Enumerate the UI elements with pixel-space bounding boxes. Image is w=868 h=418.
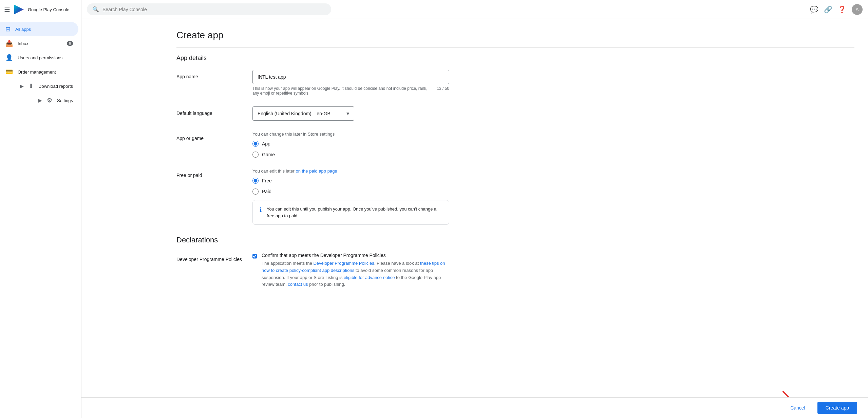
app-radio[interactable] [252, 141, 259, 147]
app-or-game-label: App or game [176, 132, 244, 158]
free-or-paid-label: Free or paid [176, 168, 244, 225]
free-option[interactable]: Free [252, 178, 449, 184]
settings-icon: ⚙ [47, 97, 52, 104]
free-or-paid-field: You can edit this later on the paid app … [252, 168, 449, 225]
paid-option[interactable]: Paid [252, 188, 449, 195]
developer-policies-field: Confirm that app meets the Developer Pro… [252, 253, 449, 288]
inbox-icon: 📥 [5, 40, 13, 47]
sidebar-item-order-management[interactable]: 💳 Order management [0, 65, 78, 79]
expand-icon: ▶ [20, 83, 24, 89]
developer-policies-label: Developer Programme Policies [176, 253, 244, 288]
svg-marker-0 [14, 5, 24, 14]
paid-radio[interactable] [252, 188, 259, 195]
topbar-actions: 💬 🔗 ❓ A [810, 4, 863, 15]
sidebar: ☰ Google Play Console ⊞ All apps 📥 Inbox… [0, 0, 81, 418]
app-or-game-helper: You can change this later in Store setti… [252, 132, 449, 137]
sidebar-item-download-reports[interactable]: ▶ ⬇ Download reports [0, 79, 78, 93]
cancel-button[interactable]: Cancel [782, 402, 813, 414]
grid-icon: ⊞ [5, 25, 11, 33]
developer-policies-link3[interactable]: eligible for advance notice [344, 275, 395, 280]
app-option-label: App [262, 141, 270, 146]
download-icon: ⬇ [29, 82, 34, 90]
game-radio[interactable] [252, 152, 259, 158]
play-logo-icon [13, 3, 25, 16]
footer-bar: Cancel Create app [81, 397, 868, 418]
language-select-wrapper: English (United Kingdom) – en-GB English… [252, 106, 354, 121]
app-name-row: App name This is how your app will appea… [176, 70, 854, 96]
inbox-badge: 6 [67, 41, 73, 46]
paid-app-link[interactable]: on the paid app page [296, 168, 337, 174]
help-icon[interactable]: ❓ [838, 5, 846, 14]
info-box: ℹ You can edit this until you publish yo… [252, 200, 449, 225]
link-icon[interactable]: 🔗 [824, 5, 832, 14]
paid-option-label: Paid [262, 189, 271, 194]
game-option[interactable]: Game [252, 152, 449, 158]
app-name-hint-text: This is how your app will appear on Goog… [252, 86, 433, 96]
sidebar-item-settings[interactable]: ▶ ⚙ Settings [0, 93, 78, 107]
developer-policies-desc: The application meets the Developer Prog… [262, 260, 449, 288]
sidebar-nav: ⊞ All apps 📥 Inbox 6 👤 Users and permiss… [0, 19, 81, 110]
app-name-hint: This is how your app will appear on Goog… [252, 86, 449, 96]
developer-policies-link1[interactable]: Developer Programme Policies [313, 261, 374, 266]
create-app-button[interactable]: Create app [817, 402, 857, 414]
free-or-paid-row: Free or paid You can edit this later on … [176, 168, 854, 225]
sidebar-item-label: Settings [57, 98, 73, 103]
topbar: 🔍 💬 🔗 ❓ A [81, 0, 868, 19]
game-option-label: Game [262, 152, 275, 157]
sidebar-header: ☰ Google Play Console [0, 0, 81, 19]
app-option[interactable]: App [252, 141, 449, 147]
sidebar-item-label: Order management [18, 69, 56, 75]
developer-policies-text: Confirm that app meets the Developer Pro… [262, 253, 449, 288]
default-language-label: Default language [176, 106, 244, 121]
search-box[interactable]: 🔍 [87, 3, 331, 15]
avatar[interactable]: A [852, 4, 863, 15]
section-title: App details [176, 55, 854, 62]
app-or-game-field: You can change this later in Store setti… [252, 132, 449, 158]
developer-policies-checkbox-label: Confirm that app meets the Developer Pro… [262, 253, 449, 258]
app-name-label: App name [176, 70, 244, 96]
sidebar-item-label: Download reports [38, 84, 73, 89]
chat-icon[interactable]: 💬 [810, 5, 818, 14]
developer-policies-link4[interactable]: contact us [288, 282, 308, 287]
app-name-input[interactable] [252, 70, 449, 84]
info-icon: ℹ [260, 206, 262, 214]
free-radio[interactable] [252, 178, 259, 184]
page-title: Create app [176, 30, 854, 41]
app-or-game-row: App or game You can change this later in… [176, 132, 854, 158]
search-icon: 🔍 [92, 6, 99, 13]
developer-policies-row: Developer Programme Policies Confirm tha… [176, 253, 854, 288]
main-content: Create app App details App name This is … [163, 19, 868, 418]
declarations-title: Declarations [176, 236, 854, 244]
free-or-paid-radio-group: Free Paid [252, 178, 449, 195]
default-language-row: Default language English (United Kingdom… [176, 106, 854, 121]
expand-icon: ▶ [38, 98, 42, 103]
app-or-game-radio-group: App Game [252, 141, 449, 158]
language-select[interactable]: English (United Kingdom) – en-GB English… [252, 106, 354, 121]
page-divider [176, 47, 854, 48]
free-option-label: Free [262, 178, 272, 183]
developer-policies-checkbox-row: Confirm that app meets the Developer Pro… [252, 253, 449, 288]
credit-card-icon: 💳 [5, 68, 13, 76]
info-text: You can edit this until you publish your… [267, 206, 442, 219]
developer-policies-checkbox[interactable] [252, 253, 257, 259]
hamburger-icon[interactable]: ☰ [4, 5, 10, 14]
default-language-field: English (United Kingdom) – en-GB English… [252, 106, 449, 121]
search-input[interactable] [102, 7, 326, 12]
sidebar-item-inbox[interactable]: 📥 Inbox 6 [0, 36, 78, 51]
sidebar-item-all-apps[interactable]: ⊞ All apps [0, 22, 78, 36]
sidebar-item-label: Inbox [18, 41, 29, 46]
sidebar-item-label: All apps [15, 27, 31, 32]
app-name-counter: 13 / 50 [437, 86, 449, 96]
free-or-paid-helper: You can edit this later on the paid app … [252, 168, 449, 174]
people-icon: 👤 [5, 54, 13, 61]
brand-name: Google Play Console [28, 7, 69, 12]
sidebar-item-users-permissions[interactable]: 👤 Users and permissions [0, 51, 78, 65]
app-name-field: This is how your app will appear on Goog… [252, 70, 449, 96]
sidebar-item-label: Users and permissions [18, 55, 62, 60]
